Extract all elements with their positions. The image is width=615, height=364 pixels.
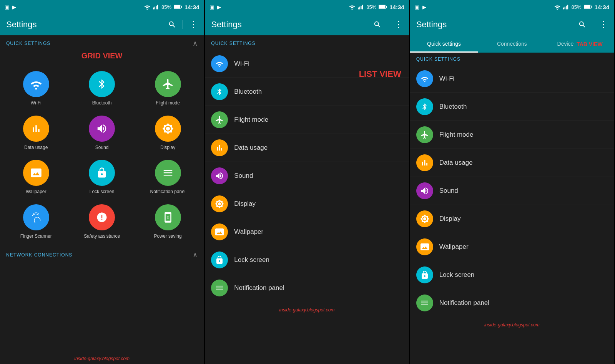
tab-list-item-display[interactable]: Display: [410, 205, 614, 233]
tab-list-item-data[interactable]: Data usage: [410, 149, 614, 177]
battery-pct-3: 85%: [572, 4, 582, 10]
safety-icon-circle: [89, 204, 115, 230]
grid-label-lock: Lock screen: [90, 189, 115, 195]
battery-icon: [174, 5, 182, 9]
grid-label-data: Data usage: [24, 145, 48, 151]
list-wifi-circle: [211, 55, 228, 72]
svg-rect-20: [591, 6, 592, 8]
grid-item-power[interactable]: Power saving: [135, 200, 201, 244]
grid-item-finger[interactable]: Finger Scanner: [3, 200, 69, 244]
finger-icon-circle: [23, 204, 49, 230]
tab-list-item-flight[interactable]: Flight mode: [410, 121, 614, 149]
network-collapse-icon[interactable]: ∧: [193, 251, 198, 259]
battery-icon-2: [379, 5, 387, 9]
app-bar-icons-1: ⋮: [168, 20, 198, 30]
screenshot-icon-2: ▣: [209, 4, 214, 10]
grid-container: Wi-Fi Bluetooth Flight mode: [0, 63, 204, 247]
content-tab: QUICK SETTINGS Wi-Fi Bluetooth: [410, 53, 614, 364]
grid-item-sound[interactable]: Sound: [69, 111, 135, 156]
tab-quick-settings[interactable]: Quick settings: [410, 35, 478, 53]
app-title-1: Settings: [6, 20, 37, 30]
grid-item-display[interactable]: Display: [135, 111, 201, 156]
battery-pct-1: 85%: [161, 4, 171, 10]
panel-list: ▣ ▶ 85% 14:34 Settings ⋮ QU: [205, 0, 410, 364]
tab-wallpaper-circle: [416, 238, 433, 255]
network-section-header: NETWORK CONNECTIONS ∧: [0, 247, 204, 261]
svg-rect-15: [564, 7, 565, 9]
grid-label-bluetooth: Bluetooth: [92, 100, 112, 106]
panels-wrapper: ▣ ▶ 85%: [0, 0, 615, 364]
list-item-data[interactable]: Data usage: [205, 134, 409, 162]
tab-label-flight: Flight mode: [439, 131, 474, 139]
more-icon-2[interactable]: ⋮: [394, 20, 403, 30]
list-item-flight[interactable]: Flight mode: [205, 106, 409, 134]
tab-label-wifi: Wi-Fi: [439, 75, 455, 83]
tab-bt-circle: [416, 98, 433, 115]
tab-list-item-bluetooth[interactable]: Bluetooth: [410, 93, 614, 121]
divider-3: [593, 20, 593, 29]
list-item-notif[interactable]: Notification panel: [205, 274, 409, 302]
list-label-wallpaper: Wallpaper: [234, 228, 263, 236]
svg-rect-0: [153, 8, 154, 10]
svg-rect-8: [359, 7, 360, 9]
tab-list-item-sound[interactable]: Sound: [410, 177, 614, 205]
status-bar-left-3: ▣ ▶: [415, 4, 426, 10]
wifi-icon-circle: [23, 71, 49, 97]
list-label-notif: Notification panel: [234, 284, 284, 292]
grid-label-sound: Sound: [95, 145, 109, 151]
grid-item-wallpaper[interactable]: Wallpaper: [3, 155, 69, 200]
tab-device[interactable]: Device TAB VIEW: [546, 35, 614, 53]
grid-item-data[interactable]: Data usage: [3, 111, 69, 156]
tab-lock-circle: [416, 266, 433, 283]
tab-list-item-wallpaper[interactable]: Wallpaper: [410, 233, 614, 261]
wifi-status-icon-3: [554, 4, 561, 10]
tab-connections[interactable]: Connections: [478, 35, 546, 53]
battery-pct-2: 85%: [366, 4, 376, 10]
list-label-lock: Lock screen: [234, 256, 269, 264]
list-item-lock[interactable]: Lock screen: [205, 246, 409, 274]
list-item-wallpaper[interactable]: Wallpaper: [205, 218, 409, 246]
status-bar-right-3: 85% 14:34: [554, 4, 609, 10]
collapse-icon-1[interactable]: ∧: [193, 39, 198, 48]
grid-label-flight: Flight mode: [156, 100, 180, 106]
grid-item-bluetooth[interactable]: Bluetooth: [69, 66, 135, 111]
screenshot-icon-3: ▣: [415, 4, 419, 10]
more-icon-3[interactable]: ⋮: [599, 20, 608, 30]
grid-item-safety[interactable]: Safety assistance: [69, 200, 135, 244]
grid-item-notif[interactable]: Notification panel: [135, 155, 201, 200]
grid-item-wifi[interactable]: Wi-Fi: [3, 66, 69, 111]
list-item-sound[interactable]: Sound: [205, 162, 409, 190]
svg-rect-3: [157, 5, 158, 9]
list-label-flight: Flight mode: [234, 116, 268, 124]
app-bar-icons-2: ⋮: [373, 20, 403, 30]
grid-label-wallpaper: Wallpaper: [26, 189, 47, 195]
search-icon-1[interactable]: [168, 20, 176, 29]
list-item-bluetooth[interactable]: Bluetooth: [205, 78, 409, 106]
grid-item-flight[interactable]: Flight mode: [135, 66, 201, 111]
svg-rect-1: [155, 7, 155, 9]
svg-rect-12: [379, 5, 385, 8]
tab-list-item-wifi[interactable]: Wi-Fi: [410, 65, 614, 93]
quick-settings-title-3: QUICK SETTINGS: [416, 56, 460, 62]
search-icon-3[interactable]: [578, 20, 587, 29]
list-label-bluetooth: Bluetooth: [234, 88, 262, 96]
svg-rect-2: [156, 6, 156, 10]
list-data-circle: [211, 139, 228, 156]
watermark-3: inside-galaxy.blogspot.com: [410, 317, 614, 332]
search-icon-2[interactable]: [373, 20, 382, 29]
tab-list-item-lock[interactable]: Lock screen: [410, 261, 614, 289]
more-icon-1[interactable]: ⋮: [189, 20, 198, 30]
signal-icon-3: [563, 4, 569, 10]
notif-icon-circle: [155, 160, 181, 186]
list-item-display[interactable]: Display: [205, 190, 409, 218]
tab-label-bluetooth: Bluetooth: [439, 103, 467, 111]
power-icon-circle: [155, 204, 181, 230]
list-lock-circle: [211, 251, 228, 268]
tab-wifi-circle: [416, 70, 433, 87]
bluetooth-icon-circle: [89, 71, 115, 97]
list-label-wifi: Wi-Fi: [234, 60, 249, 68]
content-list: QUICK SETTINGS Wi-Fi Bluetooth: [205, 35, 409, 364]
wallpaper-icon-circle: [23, 160, 49, 186]
grid-item-lock[interactable]: Lock screen: [69, 155, 135, 200]
tab-list-item-notif[interactable]: Notification panel: [410, 289, 614, 317]
